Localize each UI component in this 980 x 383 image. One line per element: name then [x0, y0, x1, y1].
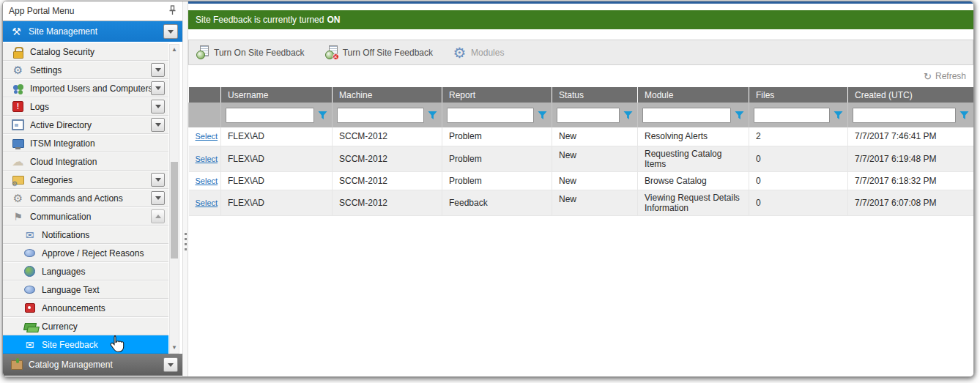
column-header-machine[interactable]: Machine [333, 87, 442, 103]
sidebar-item-announcements[interactable]: Announcements [3, 299, 168, 317]
cell-status: New [552, 146, 638, 171]
table-row: Select FLEX\AD SCCM-2012 Problem New Res… [189, 127, 974, 146]
filter-cell-empty [189, 103, 221, 127]
sidebar-group-catalog-management[interactable]: Catalog Management [3, 354, 182, 376]
turn-off-site-feedback-button[interactable]: ✕ Turn Off Site Feedback [325, 45, 433, 59]
cell-created: 7/7/2017 6:18:32 PM [848, 171, 974, 190]
sidebar-item-communication[interactable]: Communication [3, 207, 168, 226]
select-link[interactable]: Select [196, 176, 218, 185]
sidebar-item-approve-reject-reasons[interactable]: Approve / Reject Reasons [3, 244, 168, 262]
sidebar-item-cloud-integration[interactable]: Cloud Integration [3, 152, 168, 171]
group-label: Catalog Management [29, 360, 163, 370]
table-row: Select FLEX\AD SCCM-2012 Feedback New Vi… [189, 190, 974, 215]
catalog-management-expand-button[interactable] [163, 357, 178, 372]
communication-collapse-button[interactable] [151, 209, 165, 223]
turn-on-site-feedback-button[interactable]: Turn On Site Feedback [196, 45, 305, 59]
sidebar-item-languages[interactable]: Languages [3, 262, 168, 280]
splitter-grip[interactable] [185, 233, 187, 252]
sidebar-item-settings[interactable]: Settings [3, 61, 168, 79]
sidebar-splitter[interactable] [182, 1, 188, 376]
feedback-off-icon: ✕ [325, 45, 338, 59]
sidebar-item-commands-actions[interactable]: Commands and Actions [3, 189, 168, 207]
sidebar-item-notifications[interactable]: Notifications [3, 226, 168, 244]
group-label: Site Management [29, 26, 163, 37]
refresh-icon: ↻ [924, 71, 932, 82]
status-banner: Site Feedback is currently turned ON [188, 10, 973, 29]
envelope-icon [23, 339, 36, 351]
column-header-report[interactable]: Report [442, 87, 552, 103]
active-directory-expand-button[interactable] [151, 118, 165, 132]
report-filter-input[interactable] [447, 108, 534, 123]
gear-icon [12, 64, 24, 76]
cloud-icon [12, 156, 24, 168]
cell-created: 7/7/2017 6:07:08 PM [848, 190, 974, 215]
column-header-username[interactable]: Username [221, 87, 333, 103]
cell-files: 0 [749, 171, 848, 190]
monitor-icon [12, 138, 24, 149]
username-filter-input[interactable] [226, 108, 314, 123]
sidebar-items: Catalog Security Settings Imported Users… [3, 42, 168, 354]
alarm-icon [23, 302, 36, 314]
app-portal-window: App Portal Menu Site Management Catalog … [2, 1, 974, 377]
commands-actions-expand-button[interactable] [151, 191, 165, 205]
filter-icon[interactable] [959, 111, 969, 120]
cell-username: FLEX\AD [221, 190, 333, 215]
logs-expand-button[interactable] [151, 100, 165, 114]
module-filter-input[interactable] [642, 108, 731, 123]
imported-users-expand-button[interactable] [151, 81, 165, 95]
filter-icon[interactable] [623, 111, 633, 120]
filter-icon[interactable] [735, 111, 744, 120]
select-link[interactable]: Select [196, 155, 218, 163]
sidebar-item-site-feedback[interactable]: Site Feedback [3, 335, 168, 354]
table-row: Select FLEX\AD SCCM-2012 Problem New Bro… [189, 171, 974, 190]
cell-machine: SCCM-2012 [333, 190, 442, 215]
scrollbar-thumb[interactable] [171, 162, 178, 259]
column-header-select [189, 87, 221, 103]
modules-gear-icon [453, 47, 466, 59]
sidebar-item-itsm-integration[interactable]: ITSM Integration [3, 134, 168, 152]
cell-report: Feedback [442, 190, 552, 215]
scroll-down-arrow[interactable]: ▼ [170, 343, 179, 353]
status-filter-input[interactable] [557, 108, 620, 123]
refresh-link[interactable]: Refresh [935, 71, 966, 81]
sidebar-item-language-text[interactable]: Language Text [3, 280, 168, 299]
created-filter-input[interactable] [853, 108, 956, 123]
site-management-collapse-button[interactable] [163, 24, 178, 39]
cell-status: New [552, 190, 638, 215]
sidebar-item-catalog-security[interactable]: Catalog Security [3, 42, 168, 61]
filter-icon[interactable] [834, 111, 843, 120]
sidebar-scrollbar[interactable]: ▲ ▼ [169, 44, 179, 354]
column-header-module[interactable]: Module [638, 87, 749, 103]
cell-username: FLEX\AD [221, 146, 333, 171]
files-filter-input[interactable] [754, 108, 830, 123]
filter-icon[interactable] [538, 111, 547, 120]
column-header-created[interactable]: Created (UTC) [848, 87, 974, 103]
column-header-files[interactable]: Files [749, 87, 848, 103]
speech-bubble-icon [23, 248, 36, 259]
sidebar-item-logs[interactable]: Logs [3, 97, 168, 116]
settings-expand-button[interactable] [151, 63, 165, 77]
envelope-icon [23, 229, 36, 241]
scroll-up-arrow[interactable]: ▲ [170, 45, 179, 55]
modules-button[interactable]: Modules [453, 47, 504, 59]
sidebar-item-active-directory[interactable]: Active Directory [3, 116, 168, 134]
sidebar: App Portal Menu Site Management Catalog … [3, 1, 182, 376]
sidebar-item-imported-users-computers[interactable]: Imported Users and Computers [3, 79, 168, 97]
categories-expand-button[interactable] [151, 173, 165, 187]
select-link[interactable]: Select [196, 132, 218, 141]
sidebar-group-site-management[interactable]: Site Management [3, 21, 182, 42]
machine-filter-input[interactable] [337, 108, 424, 123]
sidebar-item-categories[interactable]: Categories [3, 171, 168, 189]
filter-row [189, 103, 974, 127]
cell-files: 0 [749, 146, 848, 171]
cell-files: 0 [749, 190, 848, 215]
refresh-row: ↻ Refresh [188, 65, 973, 87]
column-header-status[interactable]: Status [552, 87, 638, 103]
filter-icon[interactable] [318, 111, 327, 120]
screenshot-stage: App Portal Menu Site Management Catalog … [0, 0, 980, 383]
sidebar-item-currency[interactable]: Currency [3, 317, 168, 335]
select-link[interactable]: Select [196, 198, 218, 207]
filter-icon[interactable] [428, 111, 437, 120]
banner-state: ON [327, 15, 340, 25]
pin-icon[interactable] [168, 5, 177, 18]
